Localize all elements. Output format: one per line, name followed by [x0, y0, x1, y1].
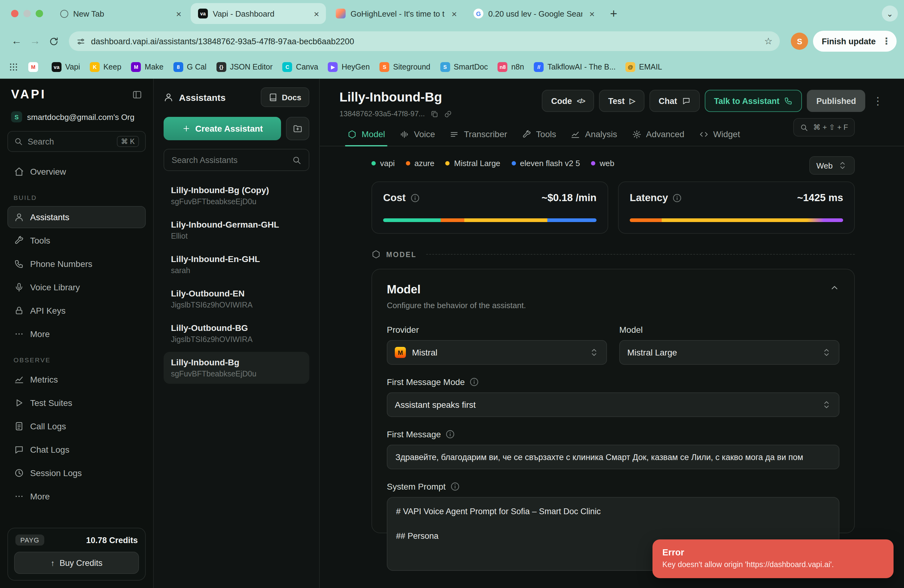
sidebar-item-overview[interactable]: Overview	[7, 161, 146, 183]
bookmark-item[interactable]: va Vapi	[52, 62, 80, 72]
bookmark-item[interactable]: S Siteground	[380, 62, 430, 72]
bookmark-item[interactable]: S SmartDoc	[440, 62, 488, 72]
site-settings-icon[interactable]	[76, 36, 85, 46]
assistant-search[interactable]	[164, 149, 309, 171]
sidebar-item[interactable]: API Keys	[7, 300, 146, 322]
link-icon[interactable]	[444, 110, 452, 118]
buy-credits-button[interactable]: ↑ Buy Credits	[14, 552, 139, 574]
info-icon[interactable]	[469, 377, 479, 387]
url-text[interactable]: dashboard.vapi.ai/assistants/13848762-93…	[91, 36, 759, 46]
sidebar-item[interactable]: Tools	[7, 229, 146, 251]
code-icon: </>	[577, 97, 585, 104]
config-tab[interactable]: Model	[340, 124, 392, 146]
chat-button[interactable]: Chat	[650, 90, 700, 112]
assistant-list-item[interactable]: Lily-Inbound-German-GHL Elliot	[164, 214, 309, 246]
sidebar-item[interactable]: Voice Library	[7, 276, 146, 298]
sidebar-item[interactable]: Assistants	[7, 206, 146, 228]
sidebar-item[interactable]: More	[7, 323, 146, 345]
config-tab[interactable]: Transcriber	[443, 124, 515, 146]
collapse-card-icon[interactable]	[830, 283, 839, 293]
first-message-input[interactable]: Здравейте, благодарим ви, че се свързахт…	[387, 445, 839, 469]
tab-list-button[interactable]: ⌄	[882, 6, 898, 22]
sidebar-search[interactable]: Search ⌘ K	[7, 131, 146, 152]
info-icon[interactable]	[450, 482, 460, 492]
sidebar-item[interactable]: Session Logs	[7, 462, 146, 484]
create-assistant-button[interactable]: Create Assistant	[164, 117, 281, 140]
sidebar-item[interactable]: More	[7, 485, 146, 507]
apps-grid-icon[interactable]	[9, 62, 19, 72]
tab-close-icon[interactable]: ×	[312, 8, 321, 19]
sidebar-item[interactable]: Chat Logs	[7, 439, 146, 461]
tag-dot	[406, 161, 410, 166]
tab-gohighlevel[interactable]: GoHighLevel - It's time to tak ×	[329, 3, 464, 24]
talk-to-assistant-button[interactable]: Talk to Assistant	[705, 90, 802, 112]
bookmark-star-icon[interactable]: ☆	[764, 36, 773, 47]
code-button[interactable]: Code </>	[542, 90, 594, 112]
copy-id-icon[interactable]	[430, 110, 438, 118]
screen: New Tab × va Vapi - Dashboard × GoHighLe…	[0, 0, 904, 588]
lines-icon	[450, 130, 459, 139]
tab-new-tab[interactable]: New Tab ×	[53, 3, 188, 24]
sidebar-item[interactable]: Test Suites	[7, 392, 146, 414]
info-icon[interactable]	[410, 193, 420, 203]
tab-google-search[interactable]: G 0.20 usd lev - Google Search ×	[466, 3, 601, 24]
config-tab-label: Model	[362, 129, 385, 139]
finish-update-button[interactable]: Finish update ⋮	[813, 31, 897, 52]
find-shortcut-chip[interactable]: ⌘ + ⇧ + F	[793, 118, 855, 136]
bookmark-item[interactable]: @ EMAIL	[626, 62, 662, 72]
assistant-list-item[interactable]: Lily-Outbound-EN JigslbTSI6z9hOVIWIRA	[164, 283, 309, 315]
config-tab[interactable]: Analysis	[564, 124, 624, 146]
bookmark-item[interactable]: M Make	[131, 62, 164, 72]
bookmark-item[interactable]: M	[28, 62, 42, 72]
config-tab[interactable]: Advanced	[624, 124, 692, 146]
assistant-list-item[interactable]: Lilly-Inbound-Bg (Copy) sgFuvBFTbeabkseE…	[164, 180, 309, 212]
model-select[interactable]: Mistral Large	[619, 340, 839, 365]
tab-close-icon[interactable]: ×	[174, 8, 183, 19]
org-switcher[interactable]: S smartdocbg@gmail.com's Org	[7, 111, 146, 122]
docs-button[interactable]: Docs	[261, 87, 309, 107]
new-tab-button[interactable]: +	[604, 6, 623, 21]
minimize-window-button[interactable]	[24, 10, 31, 17]
tab-close-icon[interactable]: ×	[587, 8, 596, 19]
browser-menu-icon[interactable]: ⋮	[882, 36, 891, 47]
close-window-button[interactable]	[11, 10, 19, 17]
bookmark-item[interactable]: K Keep	[90, 62, 121, 72]
reload-button[interactable]	[44, 32, 63, 51]
info-icon[interactable]	[445, 429, 455, 439]
bookmark-item[interactable]: ▶ HeyGen	[328, 62, 370, 72]
info-icon[interactable]	[672, 193, 682, 203]
bookmark-item[interactable]: // TalkflowAI - The B...	[534, 62, 616, 72]
assistant-list-item[interactable]: Lilly-Inbound-Bg sgFuvBFTbeabkseEjD0u	[164, 352, 309, 384]
assistant-list-item[interactable]: Lilly-Inbound-En-GHL sarah	[164, 248, 309, 280]
config-tab[interactable]: Widget	[692, 124, 748, 146]
back-button[interactable]: ←	[7, 32, 26, 51]
collapse-sidebar-icon[interactable]	[132, 90, 142, 100]
config-tab[interactable]: Tools	[514, 124, 563, 146]
sidebar-item[interactable]: Call Logs	[7, 415, 146, 437]
provider-select[interactable]: M Mistral	[387, 340, 607, 365]
assistant-search-input[interactable]	[172, 155, 287, 164]
bookmark-item[interactable]: 8 G Cal	[174, 62, 207, 72]
bookmark-item[interactable]: n8 n8n	[498, 62, 524, 72]
new-folder-button[interactable]	[286, 117, 309, 140]
published-button[interactable]: Published	[807, 90, 865, 112]
bookmark-label: SmartDoc	[454, 63, 488, 71]
assistant-list-item[interactable]: Lilly-Outbound-BG JigslbTSI6z9hOVIWIRA	[164, 318, 309, 349]
bookmark-item[interactable]: {} JSON Editor	[217, 62, 273, 72]
config-tab[interactable]: Voice	[392, 124, 443, 146]
lock-icon	[14, 306, 24, 316]
profile-avatar[interactable]: S	[791, 33, 808, 50]
forward-button[interactable]: →	[26, 32, 44, 51]
model-label: Model	[619, 325, 839, 335]
bookmark-item[interactable]: C Canva	[283, 62, 318, 72]
fullscreen-window-button[interactable]	[36, 10, 43, 17]
test-button[interactable]: Test ▷	[599, 90, 645, 112]
address-bar[interactable]: dashboard.vapi.ai/assistants/13848762-93…	[69, 32, 780, 51]
first-message-mode-select[interactable]: Assistant speaks first	[387, 392, 839, 417]
more-options-icon[interactable]: ⋮	[870, 95, 885, 107]
tab-vapi-dashboard[interactable]: va Vapi - Dashboard ×	[191, 3, 326, 24]
environment-dropdown[interactable]: Web	[809, 156, 855, 175]
sidebar-item[interactable]: Metrics	[7, 368, 146, 390]
sidebar-item[interactable]: Phone Numbers	[7, 253, 146, 275]
tab-close-icon[interactable]: ×	[450, 8, 459, 19]
